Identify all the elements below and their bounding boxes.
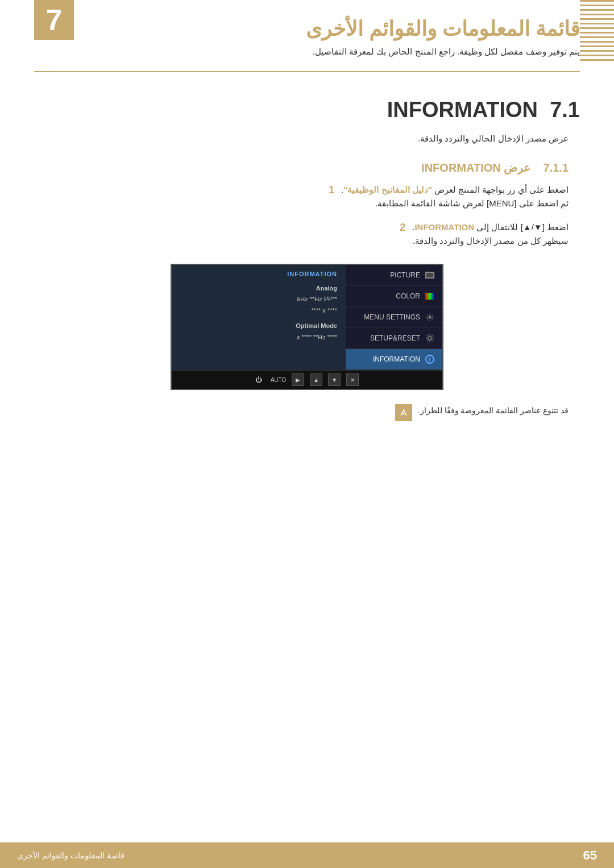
divider-line xyxy=(34,71,580,72)
page-footer: 65 قائمة المعلومات والقوائم الأخرى xyxy=(0,842,614,868)
menu-item-information-label: INFORMATION xyxy=(373,355,420,363)
info-icon: i xyxy=(425,354,435,364)
info-section-1: Analog **kHz **Hz PP **** x **** xyxy=(180,284,337,315)
chapter-subtitle: يتم توفير وصف مفصل لكل وظيفة. راجع المنت… xyxy=(34,47,580,57)
svg-rect-2 xyxy=(397,406,410,419)
info-khz-hz: **kHz **Hz PP xyxy=(180,295,337,304)
section-title: INFORMATION 7.1 xyxy=(0,75,614,128)
menu-item-information[interactable]: i INFORMATION xyxy=(346,349,442,370)
footer-text: قائمة المعلومات والقوائم الأخرى xyxy=(17,851,125,860)
info-optimal-resolution: **** x **** **Hz xyxy=(180,333,337,342)
info-resolution: **** x **** xyxy=(180,306,337,315)
step-1-number: 1 xyxy=(323,184,334,196)
subsection-title: 7.1.1 عرض INFORMATION xyxy=(0,155,614,183)
info-optimal-mode: Optimal Mode xyxy=(180,322,337,330)
ctrl-x-button[interactable]: ✕ xyxy=(346,373,359,386)
control-bar: ✕ ▼ ▲ ▶ AUTO ⏻ xyxy=(172,370,442,389)
menu-item-picture[interactable]: PICTURE xyxy=(346,265,442,286)
page-header: 7 قائمة المعلومات والقوائم الأخرى يتم تو… xyxy=(0,0,614,68)
info-analog: Analog xyxy=(180,284,337,293)
menu-panel: PICTURE COLOR xyxy=(172,265,442,370)
chapter-number-box: 7 xyxy=(34,0,74,40)
monitor-container: PICTURE COLOR xyxy=(0,258,614,396)
menu-item-setup-reset[interactable]: SETUP&RESET xyxy=(346,328,442,349)
menu-content: INFORMATION Analog **kHz **Hz PP **** x … xyxy=(172,265,346,370)
note-icon xyxy=(395,404,412,421)
menu-item-menu-settings[interactable]: MENU SETTINGS xyxy=(346,307,442,328)
ctrl-power-button[interactable]: ⏻ xyxy=(255,376,262,384)
ctrl-right-button[interactable]: ▶ xyxy=(292,373,304,386)
steps-container: اضغط على أي زر بواجهة المنتج لعرض "دليل … xyxy=(0,183,614,248)
ctrl-auto-label: AUTO xyxy=(271,377,287,383)
menu-item-color[interactable]: COLOR xyxy=(346,286,442,307)
chapter-title: قائمة المعلومات والقوائم الأخرى xyxy=(34,17,580,41)
menu-sidebar: PICTURE COLOR xyxy=(346,265,442,370)
monitor-screen: PICTURE COLOR xyxy=(171,264,443,390)
note-area: قد تتنوع عناصر القائمة المعروضة وفقًا لل… xyxy=(0,396,614,430)
setup-icon xyxy=(425,333,435,343)
info-panel-header: INFORMATION xyxy=(180,271,337,277)
footer-page-number: 65 xyxy=(583,848,597,863)
chapter-number: 7 xyxy=(46,3,63,37)
step-2: اضغط [▼/▲] للانتقال إلى INFORMATION. سيظ… xyxy=(45,221,569,248)
menu-item-color-label: COLOR xyxy=(396,292,420,300)
ctrl-up-button[interactable]: ▲ xyxy=(310,373,322,386)
ctrl-down-button[interactable]: ▼ xyxy=(328,373,341,386)
svg-point-0 xyxy=(429,316,432,319)
menu-item-menu-settings-label: MENU SETTINGS xyxy=(364,313,420,321)
info-section-2: Optimal Mode **** x **** **Hz xyxy=(180,322,337,342)
note-text: قد تتنوع عناصر القائمة المعروضة وفقًا لل… xyxy=(418,404,569,417)
stripe-decoration xyxy=(580,0,614,63)
menu-settings-icon xyxy=(425,312,435,322)
picture-icon xyxy=(425,270,435,280)
intro-text: عرض مصدر الإدخال الحالي والتردد والدقة. xyxy=(0,128,614,155)
color-icon xyxy=(425,291,435,301)
step-1-text: اضغط على أي زر بواجهة المنتج لعرض "دليل … xyxy=(341,183,569,210)
svg-point-1 xyxy=(428,337,432,340)
step-2-text: اضغط [▼/▲] للانتقال إلى INFORMATION. سيظ… xyxy=(412,221,569,248)
step-2-number: 2 xyxy=(394,222,405,234)
menu-item-picture-label: PICTURE xyxy=(390,271,420,279)
step-1: اضغط على أي زر بواجهة المنتج لعرض "دليل … xyxy=(45,183,569,210)
menu-item-setup-reset-label: SETUP&RESET xyxy=(370,334,420,342)
